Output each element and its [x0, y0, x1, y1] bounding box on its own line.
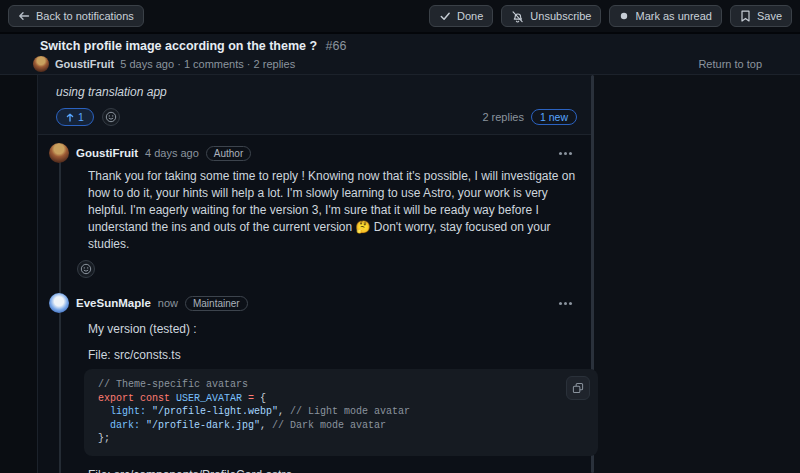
done-button[interactable]: Done	[429, 5, 493, 27]
issue-meta-row: GoustiFruit 5 days ago · 1 comments · 2 …	[33, 56, 295, 72]
reaction-row: 1 2 replies 1 new	[56, 108, 577, 126]
issue-author-avatar[interactable]	[33, 56, 49, 72]
issue-title-row: Switch profile image according on the th…	[40, 39, 346, 53]
kebab-menu-icon	[564, 152, 567, 155]
unsubscribe-button-label: Unsubscribe	[530, 11, 591, 22]
issue-title: Switch profile image according on the th…	[40, 39, 317, 53]
comment-menu-button[interactable]	[553, 145, 577, 161]
right-background-area	[595, 75, 800, 473]
left-gutter	[0, 75, 37, 473]
unsubscribe-button[interactable]: Unsubscribe	[501, 5, 601, 27]
evesunmaple-avatar[interactable]	[49, 293, 69, 313]
comment-menu-button[interactable]	[553, 295, 577, 311]
comment-reaction-row	[77, 260, 577, 279]
notification-detail-page: { "colors": { "accent_blue": "#58a6ff", …	[0, 0, 800, 473]
check-icon	[439, 10, 451, 22]
upvote-count: 1	[78, 111, 84, 123]
comment-author[interactable]: GoustiFruit	[76, 147, 138, 159]
upvote-button[interactable]: 1	[56, 108, 94, 126]
issue-meta-text: 5 days ago · 1 comments · 2 replies	[120, 58, 295, 70]
issue-author-name[interactable]: GoustiFruit	[55, 58, 114, 70]
save-button-label: Save	[757, 11, 782, 22]
comment-thread-column: using translation app 1 2 replies 1 new	[37, 75, 591, 473]
notification-actions: Done Unsubscribe Mark as unread Save	[429, 5, 792, 27]
save-button[interactable]: Save	[730, 5, 792, 27]
comment-excerpt-text: using translation app	[56, 85, 577, 99]
arrow-left-icon	[18, 10, 30, 22]
back-button-label: Back to notifications	[36, 11, 134, 22]
unread-dot-icon	[619, 11, 629, 21]
arrow-up-icon	[66, 113, 74, 122]
code-block-consts: // Theme-specific avatarsexport const US…	[84, 369, 598, 456]
mark-as-unread-button[interactable]: Mark as unread	[609, 5, 721, 27]
comment-time: now	[158, 297, 178, 309]
comment-intro-text: My version (tested) :	[88, 322, 577, 336]
file-label-profilecard: File: src/components/ProfileCard.astro	[88, 468, 577, 473]
mark-as-unread-button-label: Mark as unread	[635, 11, 711, 22]
comment-goustifruit: GoustiFruit 4 days ago Author Thank you …	[38, 135, 591, 279]
replies-count: 2 replies	[482, 111, 524, 123]
goustifruit-avatar[interactable]	[49, 143, 69, 163]
comment-evesunmaple: EveSunMaple now Maintainer My version (t…	[38, 285, 591, 473]
new-replies-badge: 1 new	[531, 109, 577, 125]
kebab-menu-icon	[564, 302, 567, 305]
bell-slash-icon	[511, 10, 524, 23]
file-label-consts: File: src/consts.ts	[88, 348, 577, 362]
return-to-top-link[interactable]: Return to top	[698, 58, 762, 70]
maintainer-badge: Maintainer	[185, 296, 248, 311]
comment-header: GoustiFruit 4 days ago Author	[49, 143, 577, 163]
add-reaction-button[interactable]	[77, 260, 95, 278]
original-comment-footer: using translation app 1 2 replies 1 new	[38, 75, 591, 135]
back-to-notifications-button[interactable]: Back to notifications	[8, 5, 144, 27]
author-badge: Author	[206, 146, 251, 161]
comment-author[interactable]: EveSunMaple	[76, 297, 151, 309]
replies-summary: 2 replies 1 new	[482, 109, 577, 125]
notification-toolbar: Back to notifications Done Unsubscribe M…	[0, 0, 800, 34]
issue-header: Switch profile image according on the th…	[0, 34, 800, 75]
done-button-label: Done	[457, 11, 483, 22]
copy-code-button[interactable]	[566, 376, 590, 400]
thread-content-area: using translation app 1 2 replies 1 new	[0, 75, 800, 473]
issue-number: #66	[326, 39, 347, 53]
bookmark-icon	[740, 10, 751, 22]
comment-body: Thank you for taking some time to reply …	[88, 168, 588, 253]
comment-header: EveSunMaple now Maintainer	[49, 293, 577, 313]
comment-time: 4 days ago	[145, 147, 199, 159]
add-reaction-button[interactable]	[102, 108, 120, 126]
